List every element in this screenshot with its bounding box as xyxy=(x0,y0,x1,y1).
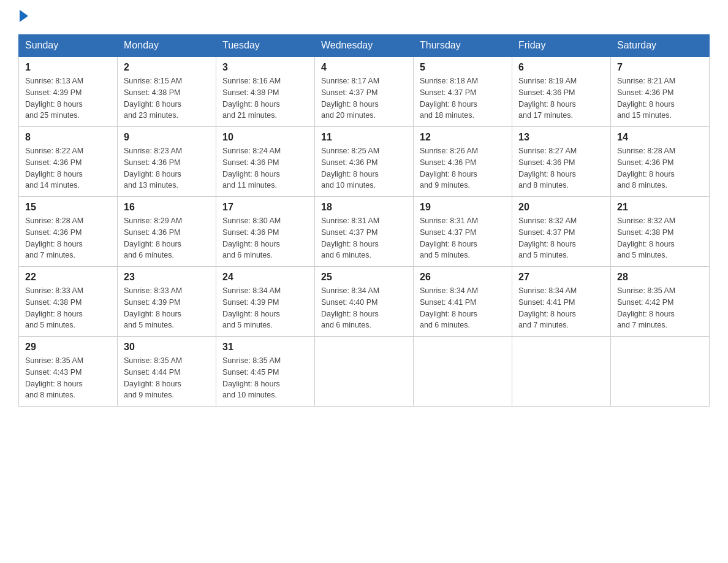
day-number: 25 xyxy=(321,272,407,283)
calendar-cell: 1 Sunrise: 8:13 AMSunset: 4:39 PMDayligh… xyxy=(19,56,118,127)
calendar-cell: 26 Sunrise: 8:34 AMSunset: 4:41 PMDaylig… xyxy=(414,267,512,337)
calendar-cell: 17 Sunrise: 8:30 AMSunset: 4:36 PMDaylig… xyxy=(216,197,315,267)
calendar-header-tuesday: Tuesday xyxy=(216,35,315,57)
day-number: 7 xyxy=(617,62,703,73)
calendar-cell: 3 Sunrise: 8:16 AMSunset: 4:38 PMDayligh… xyxy=(216,56,315,127)
day-info: Sunrise: 8:28 AMSunset: 4:36 PMDaylight:… xyxy=(617,147,675,190)
day-number: 12 xyxy=(420,132,506,143)
day-number: 24 xyxy=(222,272,308,283)
day-info: Sunrise: 8:35 AMSunset: 4:43 PMDaylight:… xyxy=(25,356,83,399)
day-number: 16 xyxy=(124,202,210,213)
logo-arrow-icon xyxy=(20,10,28,22)
calendar-cell: 14 Sunrise: 8:28 AMSunset: 4:36 PMDaylig… xyxy=(611,127,710,197)
calendar-cell: 29 Sunrise: 8:35 AMSunset: 4:43 PMDaylig… xyxy=(19,337,118,407)
calendar-cell: 11 Sunrise: 8:25 AMSunset: 4:36 PMDaylig… xyxy=(315,127,414,197)
calendar-header-row: SundayMondayTuesdayWednesdayThursdayFrid… xyxy=(19,35,710,57)
calendar-cell: 9 Sunrise: 8:23 AMSunset: 4:36 PMDayligh… xyxy=(118,127,216,197)
calendar-body: 1 Sunrise: 8:13 AMSunset: 4:39 PMDayligh… xyxy=(19,56,710,407)
day-info: Sunrise: 8:35 AMSunset: 4:44 PMDaylight:… xyxy=(124,356,182,399)
calendar-cell xyxy=(512,337,611,407)
calendar-cell xyxy=(315,337,414,407)
day-number: 5 xyxy=(420,62,506,73)
calendar-cell: 31 Sunrise: 8:35 AMSunset: 4:45 PMDaylig… xyxy=(216,337,315,407)
calendar-cell: 2 Sunrise: 8:15 AMSunset: 4:38 PMDayligh… xyxy=(118,56,216,127)
calendar-week-5: 29 Sunrise: 8:35 AMSunset: 4:43 PMDaylig… xyxy=(19,337,710,407)
calendar-cell xyxy=(414,337,512,407)
day-info: Sunrise: 8:16 AMSunset: 4:38 PMDaylight:… xyxy=(222,77,281,120)
calendar-cell: 8 Sunrise: 8:22 AMSunset: 4:36 PMDayligh… xyxy=(19,127,118,197)
calendar-cell: 5 Sunrise: 8:18 AMSunset: 4:37 PMDayligh… xyxy=(414,56,512,127)
calendar-cell: 22 Sunrise: 8:33 AMSunset: 4:38 PMDaylig… xyxy=(19,267,118,337)
calendar-header-friday: Friday xyxy=(512,35,611,57)
day-number: 1 xyxy=(25,62,111,73)
calendar-cell: 13 Sunrise: 8:27 AMSunset: 4:36 PMDaylig… xyxy=(512,127,611,197)
day-number: 28 xyxy=(617,272,703,283)
day-info: Sunrise: 8:30 AMSunset: 4:36 PMDaylight:… xyxy=(222,216,281,259)
day-number: 21 xyxy=(617,202,703,213)
day-number: 6 xyxy=(518,62,604,73)
day-info: Sunrise: 8:26 AMSunset: 4:36 PMDaylight:… xyxy=(420,147,478,190)
day-info: Sunrise: 8:15 AMSunset: 4:38 PMDaylight:… xyxy=(124,77,182,120)
calendar-cell: 27 Sunrise: 8:34 AMSunset: 4:41 PMDaylig… xyxy=(512,267,611,337)
calendar-week-4: 22 Sunrise: 8:33 AMSunset: 4:38 PMDaylig… xyxy=(19,267,710,337)
day-number: 3 xyxy=(222,62,308,73)
day-number: 23 xyxy=(124,272,210,283)
day-info: Sunrise: 8:23 AMSunset: 4:36 PMDaylight:… xyxy=(124,147,182,190)
calendar-cell: 6 Sunrise: 8:19 AMSunset: 4:36 PMDayligh… xyxy=(512,56,611,127)
day-info: Sunrise: 8:31 AMSunset: 4:37 PMDaylight:… xyxy=(420,216,478,259)
day-number: 20 xyxy=(518,202,604,213)
day-number: 2 xyxy=(124,62,210,73)
day-number: 19 xyxy=(420,202,506,213)
calendar-cell: 30 Sunrise: 8:35 AMSunset: 4:44 PMDaylig… xyxy=(118,337,216,407)
calendar-header-saturday: Saturday xyxy=(611,35,710,57)
day-info: Sunrise: 8:13 AMSunset: 4:39 PMDaylight:… xyxy=(25,77,83,120)
day-info: Sunrise: 8:35 AMSunset: 4:45 PMDaylight:… xyxy=(222,356,281,399)
calendar-cell: 15 Sunrise: 8:28 AMSunset: 4:36 PMDaylig… xyxy=(19,197,118,267)
day-number: 31 xyxy=(222,342,308,353)
day-number: 9 xyxy=(124,132,210,143)
day-number: 15 xyxy=(25,202,111,213)
calendar-header-sunday: Sunday xyxy=(19,35,118,57)
day-info: Sunrise: 8:34 AMSunset: 4:39 PMDaylight:… xyxy=(222,286,281,329)
calendar-week-1: 1 Sunrise: 8:13 AMSunset: 4:39 PMDayligh… xyxy=(19,56,710,127)
calendar-week-2: 8 Sunrise: 8:22 AMSunset: 4:36 PMDayligh… xyxy=(19,127,710,197)
calendar-table: SundayMondayTuesdayWednesdayThursdayFrid… xyxy=(18,34,710,407)
day-info: Sunrise: 8:29 AMSunset: 4:36 PMDaylight:… xyxy=(124,216,182,259)
calendar-cell: 24 Sunrise: 8:34 AMSunset: 4:39 PMDaylig… xyxy=(216,267,315,337)
day-info: Sunrise: 8:32 AMSunset: 4:37 PMDaylight:… xyxy=(518,216,577,259)
day-info: Sunrise: 8:34 AMSunset: 4:40 PMDaylight:… xyxy=(321,286,379,329)
calendar-week-3: 15 Sunrise: 8:28 AMSunset: 4:36 PMDaylig… xyxy=(19,197,710,267)
day-info: Sunrise: 8:33 AMSunset: 4:38 PMDaylight:… xyxy=(25,286,83,329)
day-info: Sunrise: 8:35 AMSunset: 4:42 PMDaylight:… xyxy=(617,286,675,329)
calendar-cell: 12 Sunrise: 8:26 AMSunset: 4:36 PMDaylig… xyxy=(414,127,512,197)
day-number: 14 xyxy=(617,132,703,143)
calendar-cell: 21 Sunrise: 8:32 AMSunset: 4:38 PMDaylig… xyxy=(611,197,710,267)
calendar-cell: 19 Sunrise: 8:31 AMSunset: 4:37 PMDaylig… xyxy=(414,197,512,267)
day-info: Sunrise: 8:17 AMSunset: 4:37 PMDaylight:… xyxy=(321,77,379,120)
page-header xyxy=(18,12,710,22)
day-number: 8 xyxy=(25,132,111,143)
day-number: 18 xyxy=(321,202,407,213)
day-number: 30 xyxy=(124,342,210,353)
day-number: 17 xyxy=(222,202,308,213)
day-info: Sunrise: 8:33 AMSunset: 4:39 PMDaylight:… xyxy=(124,286,182,329)
calendar-header-monday: Monday xyxy=(118,35,216,57)
day-number: 27 xyxy=(518,272,604,283)
day-number: 22 xyxy=(25,272,111,283)
day-info: Sunrise: 8:22 AMSunset: 4:36 PMDaylight:… xyxy=(25,147,83,190)
calendar-cell: 10 Sunrise: 8:24 AMSunset: 4:36 PMDaylig… xyxy=(216,127,315,197)
day-info: Sunrise: 8:18 AMSunset: 4:37 PMDaylight:… xyxy=(420,77,478,120)
calendar-cell xyxy=(611,337,710,407)
day-number: 29 xyxy=(25,342,111,353)
day-info: Sunrise: 8:25 AMSunset: 4:36 PMDaylight:… xyxy=(321,147,379,190)
day-info: Sunrise: 8:32 AMSunset: 4:38 PMDaylight:… xyxy=(617,216,675,259)
calendar-cell: 4 Sunrise: 8:17 AMSunset: 4:37 PMDayligh… xyxy=(315,56,414,127)
day-number: 13 xyxy=(518,132,604,143)
day-info: Sunrise: 8:28 AMSunset: 4:36 PMDaylight:… xyxy=(25,216,83,259)
day-number: 4 xyxy=(321,62,407,73)
calendar-cell: 20 Sunrise: 8:32 AMSunset: 4:37 PMDaylig… xyxy=(512,197,611,267)
calendar-cell: 16 Sunrise: 8:29 AMSunset: 4:36 PMDaylig… xyxy=(118,197,216,267)
day-info: Sunrise: 8:19 AMSunset: 4:36 PMDaylight:… xyxy=(518,77,577,120)
day-info: Sunrise: 8:34 AMSunset: 4:41 PMDaylight:… xyxy=(518,286,577,329)
calendar-cell: 25 Sunrise: 8:34 AMSunset: 4:40 PMDaylig… xyxy=(315,267,414,337)
